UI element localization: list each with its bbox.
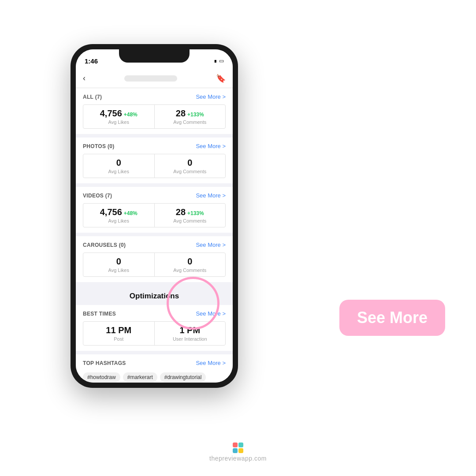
nav-bar: ‹ 🔖 (76, 69, 233, 88)
all-avg-comments-change: +133% (187, 112, 204, 118)
carousels-avg-comments-box: 0 Avg Comments (155, 253, 226, 276)
best-times-row: 11 PM Post 1 PM User Interaction (83, 321, 226, 346)
carousels-section-title: CAROUSELS (0) (83, 242, 126, 248)
page-wrapper: 1:46 ∎ ▭ ‹ 🔖 ALL (7) See More > (0, 0, 476, 476)
photos-section: PHOTOS (0) See More > 0 Avg Likes 0 Avg … (76, 138, 233, 183)
phone-notch (119, 49, 190, 63)
all-avg-comments-label: Avg Comments (160, 119, 220, 125)
videos-avg-comments-change: +133% (187, 210, 204, 216)
videos-avg-likes-value: 4,756 +48% (89, 207, 149, 217)
videos-avg-comments-value: 28 +133% (160, 207, 220, 217)
status-icons: ∎ ▭ (214, 58, 224, 64)
logo-cell-1 (233, 443, 238, 447)
best-times-see-more[interactable]: See More > (196, 310, 226, 317)
bookmark-icon[interactable]: 🔖 (216, 74, 226, 83)
footer-website: thepreviewapp.com (209, 455, 267, 462)
top-hashtags-header: TOP HASHTAGS See More > (83, 360, 226, 366)
battery-icon: ▭ (219, 58, 224, 64)
all-avg-likes-value: 4,756 +48% (89, 108, 149, 119)
carousels-avg-likes-box: 0 Avg Likes (83, 253, 154, 276)
all-section-header: ALL (7) See More > (83, 93, 226, 100)
hashtag-2: #markerart (123, 372, 157, 382)
photos-section-header: PHOTOS (0) See More > (83, 143, 226, 149)
logo-cell-4 (238, 448, 243, 453)
videos-avg-comments-box: 28 +133% Avg Comments (155, 204, 226, 227)
user-interaction-label: User Interaction (160, 336, 220, 342)
carousels-avg-likes-value: 0 (89, 257, 149, 267)
all-section-title: ALL (7) (83, 94, 102, 100)
best-times-header: BEST TIMES See More > (83, 310, 226, 317)
videos-section: VIDEOS (7) See More > 4,756 +48% Avg Lik… (76, 187, 233, 233)
hashtag-1: #howtodraw (83, 372, 120, 382)
videos-avg-likes-label: Avg Likes (89, 218, 149, 223)
all-stats-row: 4,756 +48% Avg Likes 28 +133% Avg Commen… (83, 104, 226, 129)
photos-avg-comments-label: Avg Comments (160, 169, 220, 174)
carousels-see-more[interactable]: See More > (196, 242, 226, 248)
post-time-label: Post (89, 336, 149, 342)
status-time: 1:46 (85, 57, 98, 65)
carousels-section-header: CAROUSELS (0) See More > (83, 242, 226, 248)
footer: thepreviewapp.com (209, 443, 267, 462)
carousels-avg-comments-label: Avg Comments (160, 268, 220, 273)
hashtags-container: #howtodraw #markerart #drawingtutorial #… (83, 371, 226, 383)
wifi-icon: ∎ (214, 58, 217, 64)
logo-cell-2 (238, 443, 243, 447)
see-more-button-text: See More (357, 309, 428, 327)
photos-avg-comments-box: 0 Avg Comments (155, 154, 226, 178)
videos-avg-likes-change: +48% (124, 210, 138, 216)
app-logo (233, 443, 243, 453)
photos-section-title: PHOTOS (0) (83, 143, 114, 149)
videos-avg-likes-box: 4,756 +48% Avg Likes (83, 204, 154, 227)
photos-avg-likes-label: Avg Likes (89, 169, 149, 174)
all-avg-likes-label: Avg Likes (89, 119, 149, 125)
phone-content[interactable]: ALL (7) See More > 4,756 +48% Avg Likes (76, 88, 233, 383)
back-button[interactable]: ‹ (83, 74, 86, 83)
nav-title (124, 75, 177, 82)
videos-see-more[interactable]: See More > (196, 192, 226, 199)
all-see-more[interactable]: See More > (196, 93, 226, 100)
photos-avg-likes-value: 0 (89, 158, 149, 168)
optimizations-title: Optimizations (76, 286, 233, 305)
logo-cell-3 (233, 448, 238, 453)
post-time-box: 11 PM Post (83, 322, 154, 345)
videos-avg-comments-label: Avg Comments (160, 218, 220, 223)
best-times-section: BEST TIMES See More > 11 PM Post 1 PM Us… (76, 305, 233, 351)
photos-stats-row: 0 Avg Likes 0 Avg Comments (83, 154, 226, 178)
photos-avg-likes-box: 0 Avg Likes (83, 154, 154, 178)
all-avg-comments-value: 28 +133% (160, 108, 220, 119)
videos-section-title: VIDEOS (7) (83, 193, 112, 199)
all-avg-likes-change: +48% (124, 112, 138, 118)
phone-screen: 1:46 ∎ ▭ ‹ 🔖 ALL (7) See More > (76, 49, 233, 383)
photos-see-more[interactable]: See More > (196, 143, 226, 149)
top-hashtags-title: TOP HASHTAGS (83, 360, 126, 366)
all-avg-comments-box: 28 +133% Avg Comments (155, 105, 226, 128)
all-section: ALL (7) See More > 4,756 +48% Avg Likes (76, 88, 233, 134)
user-interaction-box: 1 PM User Interaction (155, 322, 226, 345)
videos-stats-row: 4,756 +48% Avg Likes 28 +133% Avg Commen… (83, 203, 226, 227)
best-times-title: BEST TIMES (83, 311, 116, 317)
top-hashtags-section: TOP HASHTAGS See More > #howtodraw #mark… (76, 354, 233, 383)
carousels-stats-row: 0 Avg Likes 0 Avg Comments (83, 253, 226, 277)
post-time-value: 11 PM (89, 325, 149, 335)
see-more-button[interactable]: See More (339, 300, 445, 336)
user-time-value: 1 PM (160, 325, 220, 335)
hashtag-3: #drawingtutorial (160, 372, 206, 382)
photos-avg-comments-value: 0 (160, 158, 220, 168)
carousels-avg-likes-label: Avg Likes (89, 268, 149, 273)
videos-section-header: VIDEOS (7) See More > (83, 192, 226, 199)
all-avg-likes-box: 4,756 +48% Avg Likes (83, 105, 154, 128)
carousels-avg-comments-value: 0 (160, 257, 220, 267)
top-hashtags-see-more[interactable]: See More > (196, 360, 226, 366)
phone-mockup: 1:46 ∎ ▭ ‹ 🔖 ALL (7) See More > (71, 44, 238, 388)
carousels-section: CAROUSELS (0) See More > 0 Avg Likes 0 A… (76, 236, 233, 282)
